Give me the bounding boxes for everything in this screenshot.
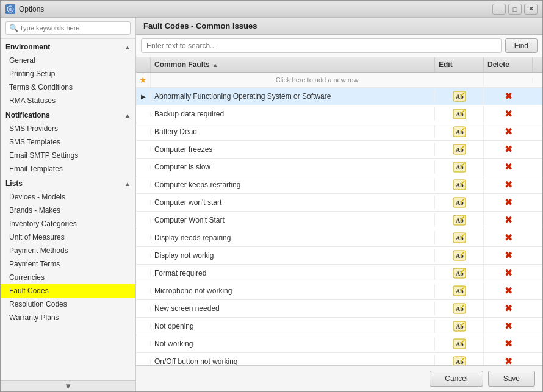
row-edit-cell: Ab [435, 123, 484, 140]
edit-button[interactable]: Ab [452, 90, 467, 102]
find-button[interactable]: Find [505, 38, 538, 53]
sidebar-item-rma-statuses[interactable]: RMA Statuses [1, 94, 135, 107]
edit-button[interactable]: Ab [452, 267, 467, 279]
sidebar-item-unit-of-measures[interactable]: Unit of Measures [1, 230, 135, 244]
add-row[interactable]: ★ Click here to add a new row [136, 73, 542, 88]
sidebar-item-email-templates[interactable]: Email Templates [1, 162, 135, 176]
edit-button[interactable]: Ab [452, 179, 467, 191]
delete-button[interactable]: ✖ [502, 91, 515, 102]
table-row[interactable]: Not opening Ab ✖ [136, 318, 542, 335]
table-row[interactable]: Computer keeps restarting Ab ✖ [136, 176, 542, 194]
row-delete-cell: ✖ [484, 265, 533, 281]
table-row[interactable]: Computer won't start Ab ✖ [136, 194, 542, 212]
edit-button[interactable]: Ab [452, 143, 467, 155]
sidebar-item-warranty-plans[interactable]: Warranty Plans [1, 311, 135, 324]
cancel-button[interactable]: Cancel [430, 371, 483, 387]
sidebar-item-printing-setup[interactable]: Printing Setup [1, 67, 135, 80]
maximize-button[interactable]: □ [508, 4, 522, 15]
delete-button[interactable]: ✖ [502, 162, 515, 173]
table-row[interactable]: Computer is slow Ab ✖ [136, 159, 542, 176]
close-button[interactable]: ✕ [524, 4, 538, 15]
delete-button[interactable]: ✖ [502, 356, 515, 365]
sidebar-item-general[interactable]: General [1, 54, 135, 67]
edit-button[interactable]: Ab [452, 232, 467, 244]
delete-button[interactable]: ✖ [502, 321, 515, 332]
delete-button[interactable]: ✖ [502, 197, 515, 208]
sidebar-search-input[interactable] [5, 21, 131, 35]
window-title: Options [19, 5, 44, 13]
delete-button[interactable]: ✖ [502, 109, 515, 119]
delete-button[interactable]: ✖ [502, 303, 515, 314]
row-delete-cell: ✖ [484, 283, 533, 299]
row-delete-cell: ✖ [484, 177, 533, 193]
row-spacer [136, 324, 151, 329]
sidebar-item-currencies[interactable]: Currencies [1, 271, 135, 284]
table-row[interactable]: Not working Ab ✖ [136, 335, 542, 353]
sidebar-item-payment-terms[interactable]: Payment Terms [1, 257, 135, 271]
delete-button[interactable]: ✖ [502, 338, 515, 349]
row-edit-cell: Ab [435, 318, 484, 335]
edit-button[interactable]: Ab [452, 338, 467, 350]
save-button[interactable]: Save [488, 371, 535, 387]
delete-button[interactable]: ✖ [502, 250, 515, 261]
delete-button[interactable]: ✖ [502, 285, 515, 296]
table-row[interactable]: New screen needed Ab ✖ [136, 300, 542, 318]
add-row-text[interactable]: Click here to add a new row [151, 74, 484, 86]
sidebar: 🔍 Environment ▲ General Printing Setup T… [1, 18, 136, 391]
row-label: Backup data required [151, 107, 435, 121]
edit-button[interactable]: Ab [452, 355, 467, 365]
row-spacer [136, 200, 151, 205]
edit-button[interactable]: Ab [452, 161, 467, 173]
table-row[interactable]: Display needs repairing Ab ✖ [136, 229, 542, 247]
sidebar-item-payment-methods[interactable]: Payment Methods [1, 244, 135, 257]
sidebar-item-terms-conditions[interactable]: Terms & Conditions [1, 80, 135, 94]
delete-button[interactable]: ✖ [502, 232, 515, 243]
row-edit-cell: Ab [435, 247, 484, 264]
panel-search-input[interactable] [141, 38, 502, 53]
edit-button[interactable]: Ab [452, 302, 467, 315]
row-spacer [136, 182, 151, 187]
table-row[interactable]: Battery Dead Ab ✖ [136, 123, 542, 141]
delete-x-icon: ✖ [505, 304, 512, 313]
table-row[interactable]: Format required Ab ✖ [136, 265, 542, 282]
th-common-faults[interactable]: Common Faults ▲ [151, 57, 435, 72]
table-row[interactable]: Computer freezes Ab ✖ [136, 141, 542, 159]
sidebar-section-lists[interactable]: Lists ▲ [1, 176, 135, 190]
edit-button[interactable]: Ab [452, 285, 467, 297]
table-container: Common Faults ▲ Edit Delete ★ Click here… [136, 57, 542, 365]
sidebar-section-environment[interactable]: Environment ▲ [1, 39, 135, 54]
table-row[interactable]: Microphone not working Ab ✖ [136, 282, 542, 300]
sidebar-item-inventory-categories[interactable]: Inventory Categories [1, 217, 135, 230]
delete-button[interactable]: ✖ [502, 215, 515, 226]
sidebar-item-email-smtp-settings[interactable]: Email SMTP Settings [1, 149, 135, 162]
sidebar-scroll-down-button[interactable]: ▼ [1, 380, 135, 391]
sidebar-item-sms-providers[interactable]: SMS Providers [1, 122, 135, 135]
row-edit-cell: Ab [435, 212, 484, 229]
table-row[interactable]: On/Off button not working Ab ✖ [136, 353, 542, 365]
edit-button[interactable]: Ab [452, 126, 467, 138]
minimize-button[interactable]: — [492, 4, 506, 15]
sidebar-item-devices-models[interactable]: Devices - Models [1, 190, 135, 204]
sidebar-section-notifications[interactable]: Notifications ▲ [1, 107, 135, 122]
table-row[interactable]: Backup data required Ab ✖ [136, 105, 542, 123]
edit-button[interactable]: Ab [452, 214, 467, 226]
row-spacer [136, 235, 151, 240]
table-row[interactable]: Display not workig Ab ✖ [136, 247, 542, 265]
table-row[interactable]: Computer Won't Start Ab ✖ [136, 212, 542, 229]
delete-button[interactable]: ✖ [502, 126, 515, 137]
sidebar-item-resolution-codes[interactable]: Resolution Codes [1, 298, 135, 311]
row-spacer [136, 306, 151, 311]
delete-button[interactable]: ✖ [502, 179, 515, 190]
edit-button[interactable]: Ab [452, 320, 467, 332]
sidebar-item-brands-makes[interactable]: Brands - Makes [1, 204, 135, 217]
edit-button[interactable]: Ab [452, 108, 467, 120]
delete-button[interactable]: ✖ [502, 144, 515, 155]
table-row[interactable]: ▶ Abnormally Functioning Operating Syste… [136, 88, 542, 105]
edit-button[interactable]: Ab [452, 196, 467, 208]
sidebar-item-sms-templates[interactable]: SMS Templates [1, 135, 135, 149]
row-delete-cell: ✖ [484, 88, 533, 104]
sidebar-item-fault-codes[interactable]: Fault Codes [1, 284, 135, 298]
panel-toolbar: Find [136, 35, 542, 57]
delete-button[interactable]: ✖ [502, 268, 515, 279]
edit-button[interactable]: Ab [452, 249, 467, 262]
